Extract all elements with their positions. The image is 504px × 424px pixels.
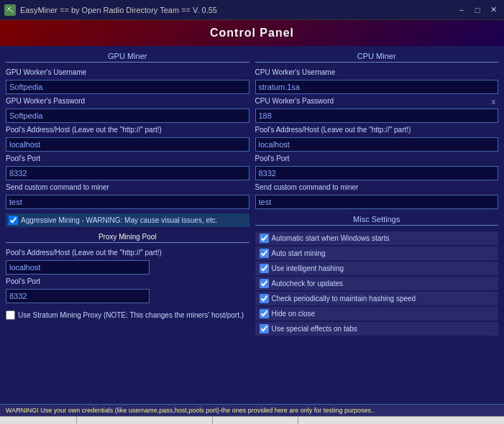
- cpu-tab-header[interactable]: CPU Miner: [255, 52, 499, 63]
- misc-label-3: Autocheck for updates: [272, 280, 344, 287]
- gpu-username-label: GPU Worker's Username: [6, 68, 249, 76]
- cpu-pool-address-label: Pool's Address/Host (Leave out the "http…: [255, 126, 499, 134]
- left-panel: GPU Miner GPU Worker's Username GPU Work…: [6, 52, 249, 398]
- status-bar: Miners Online: 29 Running for :0 Days, 0…: [0, 416, 504, 424]
- app-icon: ⛏: [4, 4, 16, 16]
- aggressive-checkbox[interactable]: [9, 216, 18, 225]
- misc-checkbox-0[interactable]: [260, 234, 269, 243]
- misc-checkbox-4[interactable]: [260, 294, 269, 303]
- gpu-password-input[interactable]: [6, 109, 249, 123]
- maximize-button[interactable]: □: [471, 4, 484, 16]
- misc-checkbox-1[interactable]: [260, 249, 269, 258]
- misc-checkbox-5[interactable]: [260, 309, 269, 318]
- main-content: GPU Miner GPU Worker's Username GPU Work…: [0, 46, 504, 404]
- gpu-pool-address-input[interactable]: [6, 137, 249, 152]
- aggressive-label: Aggressive Mining - WARNING: May cause v…: [21, 216, 218, 224]
- warning-text: WARNING! Use your own credentials (like …: [6, 407, 375, 414]
- misc-label-4: Check periodically to maintain hashing s…: [272, 295, 416, 303]
- misc-label-2: Use intelligent hashing: [272, 264, 344, 272]
- proxy-pool-port-label: Pool's Port: [6, 277, 249, 285]
- cpu-custom-cmd-label: Send custom command to miner: [255, 183, 499, 191]
- gpu-pool-port-input[interactable]: [6, 166, 249, 180]
- proxy-pool-port-input[interactable]: [6, 289, 150, 303]
- misc-label-6: Use special effects on tabs: [272, 325, 357, 333]
- title-bar: ⛏ EasyMiner == by Open Radio Directory T…: [0, 0, 504, 20]
- gpu-password-label: GPU Worker's Password: [6, 97, 249, 105]
- title-bar-controls: − □ ✕: [455, 4, 500, 16]
- panel-close-icon[interactable]: x: [492, 98, 495, 106]
- right-panel: CPU Miner CPU Worker's Username CPU Work…: [255, 52, 499, 398]
- warning-bar: WARNING! Use your own credentials (like …: [0, 404, 504, 416]
- status-miners: Miners Online: 29: [0, 417, 77, 424]
- misc-item-6: Use special effects on tabs: [255, 322, 499, 336]
- misc-item-3: Autocheck for updates: [255, 277, 499, 290]
- proxy-section-header: Proxy Mining Pool: [6, 233, 249, 243]
- misc-item-5: Hide on close: [255, 307, 499, 321]
- misc-item-1: Auto start mining: [255, 246, 499, 260]
- proxy-pool-address-input[interactable]: [6, 260, 150, 275]
- misc-settings-list: Automatic start when Windows starts Auto…: [255, 231, 499, 336]
- cpu-password-input[interactable]: [255, 109, 499, 123]
- close-button[interactable]: ✕: [487, 4, 500, 16]
- misc-settings-header: Misc Settings: [255, 215, 499, 226]
- misc-item-4: Check periodically to maintain hashing s…: [255, 292, 499, 305]
- gpu-pool-address-label: Pool's Address/Host (Leave out the "http…: [6, 126, 249, 134]
- cpu-pool-address-input[interactable]: [255, 137, 499, 152]
- header-panel: Control Panel: [0, 20, 504, 46]
- status-running: Running for :0 Days, 00:00:55.146: [77, 417, 213, 424]
- misc-label-5: Hide on close: [272, 310, 316, 318]
- misc-checkbox-3[interactable]: [260, 279, 269, 288]
- stratum-label: Use Stratum Mining Proxy (NOTE: This cha…: [18, 311, 244, 319]
- cpu-pool-port-input[interactable]: [255, 166, 499, 180]
- status-speed: Speed :0 Khash/sec: [213, 417, 298, 424]
- misc-label-1: Auto start mining: [272, 249, 326, 257]
- cpu-password-label: CPU Worker's Password: [255, 97, 499, 105]
- gpu-tab-header[interactable]: GPU Miner: [6, 52, 249, 63]
- misc-item-0: Automatic start when Windows starts: [255, 231, 499, 245]
- cpu-custom-cmd-input[interactable]: [255, 195, 499, 209]
- minimize-button[interactable]: −: [455, 4, 468, 16]
- header-title: Control Panel: [210, 27, 294, 40]
- misc-checkbox-2[interactable]: [260, 264, 269, 273]
- gpu-custom-cmd-input[interactable]: [6, 195, 249, 209]
- cpu-username-input[interactable]: [255, 80, 499, 94]
- aggressive-row: Aggressive Mining - WARNING: May cause v…: [6, 213, 249, 227]
- cpu-pool-port-label: Pool's Port: [255, 155, 499, 162]
- proxy-pool-address-label: Pool's Address/Host (Leave out the "http…: [6, 249, 249, 257]
- misc-checkbox-6[interactable]: [260, 324, 269, 333]
- misc-label-0: Automatic start when Windows starts: [272, 234, 390, 242]
- stratum-row: Use Stratum Mining Proxy (NOTE: This cha…: [6, 310, 249, 320]
- title-bar-text: EasyMiner == by Open Radio Directory Tea…: [20, 6, 455, 14]
- misc-item-2: Use intelligent hashing: [255, 262, 499, 275]
- gpu-pool-port-label: Pool's Port: [6, 155, 249, 162]
- status-blocks: Blocks found :0: [298, 417, 367, 424]
- gpu-username-input[interactable]: [6, 80, 249, 94]
- gpu-custom-cmd-label: Send custom command to miner: [6, 183, 249, 191]
- cpu-username-label: CPU Worker's Username: [255, 68, 499, 76]
- stratum-checkbox[interactable]: [6, 310, 15, 320]
